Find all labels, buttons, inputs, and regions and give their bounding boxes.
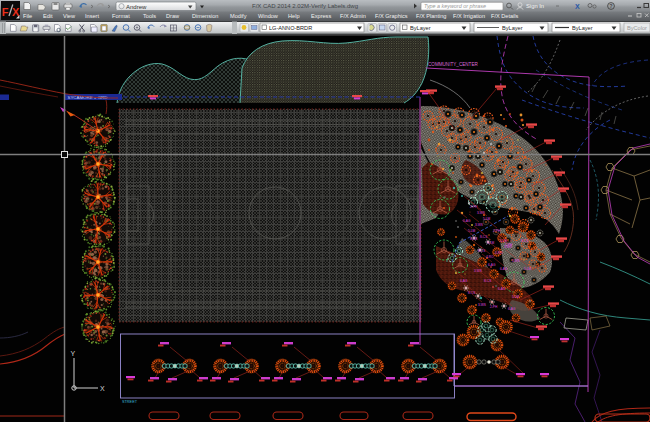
svg-text:8-CS: 8-CS xyxy=(468,291,475,295)
svg-text:ByColor: ByColor xyxy=(627,25,647,31)
svg-text:6-AG: 6-AG xyxy=(460,279,468,283)
svg-text:6-AG: 6-AG xyxy=(508,307,516,311)
svg-text:Express: Express xyxy=(311,13,331,19)
svg-text:8-CS: 8-CS xyxy=(521,239,528,243)
svg-text:3-WS: 3-WS xyxy=(475,223,483,227)
svg-text:Draw: Draw xyxy=(166,13,180,19)
svg-text:8-CS: 8-CS xyxy=(480,235,487,239)
svg-text:Sign In: Sign In xyxy=(526,3,544,9)
svg-text:2-PH: 2-PH xyxy=(470,205,478,209)
svg-text:F/X CAD 2014 2.02M-Verify L: F/X CAD 2014 2.02M-Verify Labels.dwg xyxy=(252,3,358,9)
svg-text:ByLayer: ByLayer xyxy=(572,25,593,31)
svg-text:6-AG: 6-AG xyxy=(498,287,506,291)
svg-text:F/X Planting: F/X Planting xyxy=(416,13,446,19)
svg-text:F/X Admin: F/X Admin xyxy=(340,13,366,19)
svg-text:3-WS: 3-WS xyxy=(512,259,520,263)
svg-text:STREET: STREET xyxy=(122,400,138,404)
svg-text:LG-ANNO-BRDR: LG-ANNO-BRDR xyxy=(269,25,312,31)
svg-text:COMMUNITY_CENTER: COMMUNITY_CENTER xyxy=(428,62,478,67)
svg-text:F/X Graphics: F/X Graphics xyxy=(375,13,408,19)
svg-text:Help: Help xyxy=(288,13,300,19)
svg-text:File: File xyxy=(23,13,32,19)
svg-text:Type a keyword or phrase: Type a keyword or phrase xyxy=(424,3,486,9)
svg-text:8-CS: 8-CS xyxy=(470,237,477,241)
svg-text:5-LM: 5-LM xyxy=(512,295,520,299)
svg-text:View: View xyxy=(63,13,76,19)
svg-text:3-WS: 3-WS xyxy=(477,211,485,215)
svg-text:Window: Window xyxy=(258,13,279,19)
svg-text:5-LM: 5-LM xyxy=(487,241,495,245)
svg-text:Y: Y xyxy=(71,350,76,357)
svg-text:Modify: Modify xyxy=(230,13,247,19)
svg-text:8-CS: 8-CS xyxy=(484,279,491,283)
svg-text:Format: Format xyxy=(112,13,130,19)
svg-text:Insert: Insert xyxy=(85,13,99,19)
svg-text:X: X xyxy=(100,385,105,392)
svg-text:5-LM: 5-LM xyxy=(483,217,491,221)
svg-text:Tools: Tools xyxy=(143,13,156,19)
svg-text:3-WS: 3-WS xyxy=(478,303,486,307)
svg-text:F: F xyxy=(2,6,9,18)
svg-text:ByLayer: ByLayer xyxy=(410,25,431,31)
svg-text:X: X xyxy=(12,6,20,18)
svg-text:6-AG: 6-AG xyxy=(500,267,508,271)
svg-text:ByLayer: ByLayer xyxy=(502,25,523,31)
svg-text:Andrew: Andrew xyxy=(126,4,147,10)
svg-text:Dimension: Dimension xyxy=(192,13,218,19)
svg-text:2-PH: 2-PH xyxy=(490,305,498,309)
svg-text:6-AG: 6-AG xyxy=(488,263,496,267)
svg-text:Edit: Edit xyxy=(43,13,53,19)
svg-text:5-LM: 5-LM xyxy=(524,267,532,271)
svg-text:F/X Irrigation: F/X Irrigation xyxy=(453,13,485,19)
svg-text:X: X xyxy=(575,3,580,10)
svg-text:4-RO: 4-RO xyxy=(495,251,503,255)
svg-text:F/X Details: F/X Details xyxy=(491,13,519,19)
svg-text:2-PH: 2-PH xyxy=(505,243,513,247)
svg-text:6-AG: 6-AG xyxy=(463,219,471,223)
